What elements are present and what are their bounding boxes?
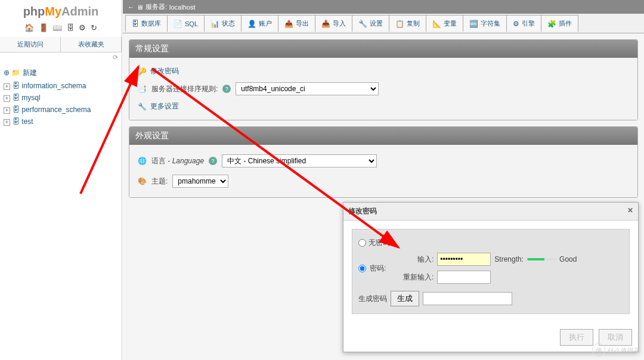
charsets-icon: 🔤	[469, 20, 478, 28]
collation-label: 服务器连接排序规则:	[151, 84, 218, 94]
generate-label: 生成密码	[358, 294, 387, 304]
theme-select[interactable]: pmahomme	[172, 175, 228, 188]
import-icon: 📥	[321, 20, 330, 28]
theme-icon: 🎨	[138, 177, 147, 185]
sql-tab-icon: 📄	[174, 20, 182, 28]
radio-no-password[interactable]	[358, 239, 366, 247]
execute-button[interactable]: 执行	[560, 329, 593, 346]
tab-sql[interactable]: 📄SQL	[167, 15, 205, 32]
strength-label: Strength:	[494, 255, 524, 263]
tab-export[interactable]: 📤导出	[278, 15, 315, 32]
db-item[interactable]: +🗄 performance_schema	[4, 104, 118, 116]
status-icon: 📊	[210, 20, 219, 28]
change-password-dialog: 修改密码 ✕ 无密码 密码: 输入: Strength: Good	[343, 202, 639, 352]
tab-databases[interactable]: 🗄数据库	[125, 15, 168, 32]
hint-icon[interactable]: ?	[222, 85, 231, 93]
password-input[interactable]	[437, 253, 491, 266]
theme-label: 主题:	[151, 176, 168, 187]
tab-replication[interactable]: 📋复制	[389, 15, 426, 32]
collation-select[interactable]: utf8mb4_unicode_ci	[236, 82, 379, 95]
tab-recent[interactable]: 近期访问	[0, 37, 61, 52]
enter-label: 输入:	[400, 255, 434, 265]
generated-password-output[interactable]	[423, 292, 512, 305]
logout-icon[interactable]: 🚪	[39, 23, 48, 32]
collation-icon: 📑	[138, 85, 147, 93]
tab-charsets[interactable]: 🔤字符集	[463, 15, 507, 32]
hint-icon[interactable]: ?	[209, 157, 217, 165]
tab-variables[interactable]: 📐变量	[426, 15, 463, 32]
key-icon: 🔑	[138, 67, 147, 76]
password-label: 密码:	[370, 263, 386, 274]
tab-import[interactable]: 📥导入	[315, 15, 352, 32]
top-tabs: 🗄数据库 📄SQL 📊状态 👤账户 📤导出 📥导入 🔧设置 📋复制 📐变量 🔤字…	[123, 14, 644, 33]
docs-icon[interactable]: 📖	[52, 23, 62, 32]
reload-icon[interactable]: ↻	[91, 23, 97, 32]
db-tree: ⊕ 📁 新建 +🗄 information_schema +🗄 mysql +🗄…	[0, 63, 122, 131]
tab-settings[interactable]: 🔧设置	[352, 15, 389, 32]
lang-label: 语言 - Language	[151, 156, 204, 166]
server-breadcrumb: ← 🖥 服务器: localhost	[123, 0, 644, 14]
more-settings-link[interactable]: 🔧更多设置	[138, 99, 629, 114]
databases-icon: 🗄	[132, 20, 139, 28]
db-item[interactable]: +🗄 test	[4, 116, 118, 128]
tab-users[interactable]: 👤账户	[241, 15, 278, 32]
db-item[interactable]: +🗄 mysql	[4, 92, 118, 104]
home-icon[interactable]: 🏠	[24, 23, 34, 32]
change-password-link[interactable]: 🔑修改密码	[138, 64, 629, 79]
strength-meter	[527, 258, 556, 260]
settings-icon[interactable]: ⚙	[79, 23, 86, 32]
language-select[interactable]: 中文 - Chinese simplified	[222, 154, 377, 167]
no-password-label: 无密码	[369, 238, 390, 248]
strength-value: Good	[559, 255, 577, 263]
reenter-label: 重新输入:	[400, 272, 434, 283]
nav-toolbar: 🏠 🚪 📖 🗄 ⚙ ↻	[0, 21, 122, 37]
radio-password[interactable]	[358, 265, 366, 272]
db-item[interactable]: +🗄 information_schema	[4, 80, 118, 92]
tab-plugins[interactable]: 🧩插件	[541, 15, 578, 32]
panel-title: 常规设置	[129, 40, 637, 58]
users-icon: 👤	[247, 20, 256, 28]
refresh-icon[interactable]: ⟳	[113, 54, 118, 61]
new-db-link[interactable]: ⊕ 📁 新建	[4, 66, 118, 80]
replication-icon: 📋	[395, 20, 404, 28]
generate-button[interactable]: 生成	[391, 291, 419, 306]
sql-icon[interactable]: 🗄	[67, 23, 75, 32]
logo[interactable]: phpMyAdmin	[0, 0, 122, 21]
tab-favorites[interactable]: 表收藏夹	[61, 37, 122, 52]
general-settings-panel: 常规设置 🔑修改密码 📑 服务器连接排序规则: ? utf8mb4_unicod…	[129, 39, 638, 120]
tab-engines[interactable]: ⚙引擎	[506, 15, 541, 32]
appearance-settings-panel: 外观设置 🌐 语言 - Language ? 中文 - Chinese simp…	[129, 126, 638, 198]
engines-icon: ⚙	[513, 20, 519, 28]
password-confirm-input[interactable]	[437, 271, 491, 284]
plugins-icon: 🧩	[547, 20, 556, 28]
close-icon[interactable]: ✕	[627, 206, 633, 216]
wrench-icon: 🔧	[138, 103, 147, 111]
dialog-title: 修改密码	[348, 206, 377, 216]
server-icon: 🖥	[137, 4, 143, 11]
back-icon[interactable]: ←	[128, 4, 134, 11]
settings-tab-icon: 🔧	[358, 20, 367, 28]
watermark: 值什么值得买	[592, 343, 640, 356]
lang-icon: 🌐	[138, 157, 147, 165]
tab-status[interactable]: 📊状态	[204, 15, 242, 32]
panel-title: 外观设置	[129, 127, 637, 145]
variables-icon: 📐	[432, 20, 441, 28]
export-icon: 📤	[284, 20, 293, 28]
